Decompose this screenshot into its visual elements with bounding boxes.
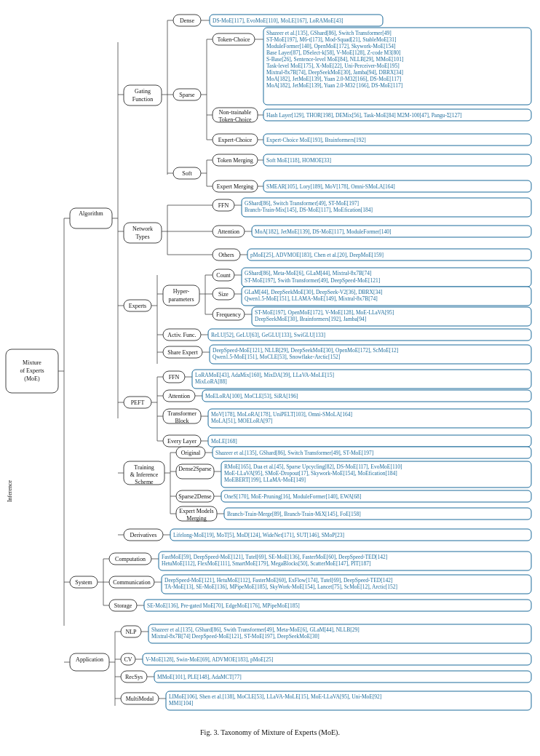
d2s-label1: Dense2Sparse [178, 466, 212, 472]
root-label-2: of Experts [20, 367, 44, 374]
rec-label: RecSys [125, 674, 143, 680]
tis-label1: Training [134, 464, 154, 471]
d2s-line3: MoEBERT[199], LLaMA-MoE[149] [224, 477, 306, 483]
root-label-3: (MoE) [24, 375, 40, 382]
peft-ffn-label: FFN [169, 374, 180, 381]
nlp-line2: Mixtral-8x7B[74] DeepSpeed-MoE[121], ST-… [151, 633, 319, 640]
attention-label: Attention [218, 228, 239, 235]
peft-ffn-line2: MixLoRA[88] [195, 378, 227, 385]
comp-line1: FastMoE[59], DeepSpeed-MoE[121], Tutel[6… [162, 554, 387, 560]
hp-label1: Hyper- [173, 288, 190, 295]
orig-label: Original [181, 450, 201, 456]
tis-label3: Scheme [135, 479, 154, 485]
app-label1: Application [76, 656, 103, 663]
others-label: Others [218, 252, 234, 258]
orig-text: Shazeer et al.[135], GShard[86], Switch … [215, 450, 373, 456]
count-line2: ST-MoE[197], Swith Transformer[49], Deep… [245, 277, 380, 284]
sparse-label: Sparse [179, 92, 195, 98]
stor-label: Storage [114, 602, 132, 609]
size-label: Size [218, 291, 229, 298]
s2d-text: OneS[170], MoE-Pruning[16], ModuleFormer… [224, 493, 361, 500]
freq-label: Frequency [216, 311, 241, 318]
d2s-line2: MoE-LLaVA[95], SMoE-Dropout[17], Skywork… [224, 470, 397, 477]
diagram-container: text { font-family: 'Times New Roman', T… [4, 7, 536, 742]
tis-label2: & Inference [130, 471, 159, 478]
peft-label: PEFT [131, 399, 145, 406]
rec-text: MMoE[101], PLE[148], AdaMCT[77] [157, 674, 242, 680]
comm-label: Communication [113, 579, 151, 586]
count-label: Count [216, 272, 231, 279]
experts-label: Experts [129, 303, 146, 309]
comm-line1: DeepSpeed-MoE[121], HetuMoE[112], Faster… [164, 577, 392, 584]
peft-att-label: Attention [168, 393, 190, 399]
att-text: MoA[182], JetMoE[139], DS-MoE[117], Modu… [255, 228, 392, 235]
mm-line1: LIMoE[106], Shen et al.[138], MoCLE[53],… [169, 693, 381, 700]
ec-text: Expert-Choice MoE[193], Brainformers[192… [266, 137, 366, 143]
count-line1: GShard[86], Meta-MoE[6], GLaM[44], Mixtr… [245, 270, 372, 276]
size-line1: GLaM[44], DeepSeekMoE[30], DeepSeek-V2[3… [245, 289, 383, 295]
el-leaf [208, 435, 531, 447]
dense-text: DS-MoE[117], EvoMoE[110], MoLE[167], LoR… [213, 17, 343, 24]
cv-text: V-MoE[128], Swin-MoE[69], ADVMOE[183], p… [146, 656, 273, 663]
deriv-text: Lifelong-MoE[19], MoT[5], MoD[124], Wide… [173, 532, 344, 538]
tc-line6: Task-level MoE[175], X-MoE[22], Uni-Perc… [266, 63, 400, 69]
freq-line1: ST-MoE[197], OpenMoE[172], V-MoE[128], M… [255, 309, 394, 316]
deriv-label: Derivatives [130, 532, 157, 538]
ffn-line2: Branch-Train-Mix[145], DS-MoE[117], MoEf… [245, 207, 373, 213]
gating-label1: Gating [135, 88, 151, 95]
token-choice-label: Token-Choice [217, 36, 250, 43]
dense-label: Dense [180, 17, 194, 24]
stor-text: SE-MoE[136], Pre-gated MoE[70], EdgeMoE[… [147, 602, 300, 609]
cv-label: CV [124, 656, 132, 663]
nlp-label: NLP [125, 629, 137, 635]
nt-main-label2: Types [136, 234, 150, 240]
inference-label: Inference [7, 480, 13, 502]
emm-label2: Merging [186, 515, 206, 522]
system-label: System [75, 579, 92, 586]
d2s-line1: RMoE[165], Dua et al.[45], Sparse Upcycl… [224, 463, 402, 470]
peft-att-text: MoELoRA[100], MoCLE[53], SiRA[196] [205, 393, 298, 399]
others-text: pMoE[25], ADVMOE[183], Chen et al.[20], … [250, 252, 384, 258]
comp-label: Computation [115, 556, 146, 562]
comm-line2: TA-MoE[13], SE-MoE[136], MPipeMoE[185], … [164, 584, 397, 590]
taxonomy-svg: text { font-family: 'Times New Roman', T… [4, 7, 536, 742]
hp-label2: parameters [168, 296, 194, 303]
tb-line1: MoV[178], MoLoRA[178], UniPELT[103], Omn… [211, 411, 352, 418]
se-line2: Qwen1.5-MoE[151], MoCLE[53], Snowflake-A… [213, 354, 340, 360]
comp-line2: HetuMoE[112], FlexMoE[111], SmartMoE[179… [162, 560, 370, 567]
af-label: Activ. Func. [167, 332, 196, 338]
freq-line2: DeepSeekMoE[30], Brainformers[192], Jamb… [255, 316, 366, 322]
tm-label: Token Merging [217, 157, 253, 164]
nt-label2: Token-Choice [218, 116, 252, 123]
tc-line7: Mixtral-8x7B[74], DeepSeekMoE[30], Jamba… [266, 69, 403, 76]
tc-line4: Base Layer[87], DSelect-k[58], V-MoE[128… [266, 49, 401, 56]
se-label: Share Expert [167, 349, 198, 356]
em-text: SMEAR[105], Lory[189], MoV[178], Omni-SM… [266, 183, 395, 190]
emm-text: Branch-Train-Merge[89], Branch-Train-MiX… [227, 511, 361, 517]
nt-main-label1: Network [132, 226, 153, 232]
nt-text: Hash Layer[129], THOR[198], DEMix[56], T… [266, 112, 462, 119]
el-text: MoLE[168] [211, 438, 237, 445]
tm-text: Soft MoE[118], HOMOE[33] [266, 157, 331, 164]
emm-label1: Expert Models [179, 508, 213, 514]
tb-line2: MoLA[51], MOELoRA[97] [211, 418, 273, 424]
peft-ffn-line1: LoRAMoE[43], AdaMix[160], MixDA[39], LLa… [195, 372, 334, 378]
ec-label: Expert-Choice [218, 137, 253, 143]
root-label-1: Mixture [23, 359, 41, 366]
soft-label: Soft [182, 170, 192, 177]
nlp-line1: Shazeer et al.[135], GShard[86], Swith T… [151, 626, 360, 633]
tc-line3: ModuleFormer[140], OpenMoE[172], Skywork… [266, 43, 395, 49]
size-line2: Qwen1.5-MoE[151], LLAMA-MoE[149], Mixtra… [245, 295, 378, 302]
gating-label2: Function [132, 96, 153, 103]
mm-label: MultiModal [126, 696, 154, 702]
s2d-label: Sparse2Dense [178, 493, 212, 500]
em-label: Expert Merging [217, 183, 254, 190]
el-label: Every Layer [167, 438, 196, 445]
mm-line2: MM1[104] [169, 700, 193, 707]
tc-line2: ST-MoE[197], M6-t[173], Mod-Squad[21], S… [266, 36, 396, 43]
tc-line8: MoA[182], JetMoE[139], Yuan 2.0-M32[166]… [266, 76, 401, 82]
figure-caption: Fig. 3. Taxonomy of Mixture of Experts (… [200, 728, 340, 737]
tb-label2: Block [175, 418, 188, 424]
tb-label1: Transformer [167, 410, 196, 417]
tc-line9: MoA[182], JetMoE[139], Yuan 2.0-M32 [166… [266, 82, 402, 89]
